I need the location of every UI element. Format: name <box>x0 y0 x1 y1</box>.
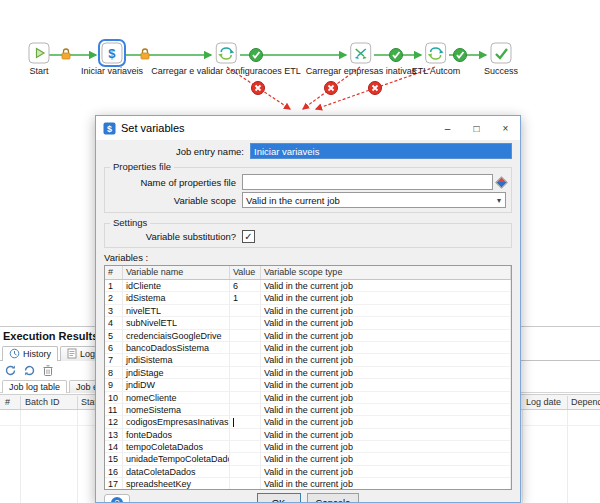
job-node-success[interactable]: Success <box>484 42 518 76</box>
close-button[interactable]: × <box>491 116 520 140</box>
hop-error-icon <box>252 82 265 95</box>
job-entry-name-label: Job entry name: <box>104 146 250 157</box>
job-node-iniciar-variaveis[interactable]: $ Iniciar variaveis <box>81 42 143 76</box>
refresh-icon[interactable] <box>3 363 17 377</box>
sync-icon[interactable] <box>22 363 36 377</box>
chevron-down-icon: ▾ <box>497 196 502 205</box>
variable-row[interactable]: 17spreadsheetKeyValid in the current job <box>105 478 511 490</box>
variables-label: Variables : <box>104 252 512 263</box>
svg-text:$: $ <box>108 46 116 61</box>
job-node-carregar-empresas[interactable]: Carregar empresas inativas <box>306 42 417 76</box>
shuffle-arrows-icon <box>350 42 372 64</box>
svg-text:$: $ <box>107 124 112 134</box>
variable-row[interactable]: 2idSistema1Valid in the current job <box>105 292 511 304</box>
pdi-window: Start $ Iniciar variaveis Carregar e val… <box>0 0 600 503</box>
column-batch-id: Batch ID <box>25 397 60 407</box>
job-entry-name-input[interactable]: Iniciar variaveis <box>250 143 512 159</box>
dialog-footer: ? OK Cancela <box>104 493 512 503</box>
hop-error-icon <box>325 82 338 95</box>
set-variables-dialog-icon: $ <box>103 122 116 135</box>
logging-doc-icon <box>67 348 77 359</box>
variable-substitution-checkbox[interactable]: ✓ <box>242 230 255 243</box>
cancel-button[interactable]: Cancela <box>307 493 360 503</box>
tab-history[interactable]: History <box>2 346 58 361</box>
variables-table-body: 1idCliente6Valid in the current job2idSi… <box>105 280 511 490</box>
trash-icon[interactable] <box>41 363 55 377</box>
success-check-icon <box>490 42 512 64</box>
transformation-icon <box>215 42 237 64</box>
variable-row[interactable]: 10nomeClienteValid in the current job <box>105 392 511 404</box>
execution-results-title: Execution Results <box>3 330 98 342</box>
variable-row[interactable]: 9jndiDWValid in the current job <box>105 379 511 391</box>
help-button[interactable]: ? <box>104 494 130 503</box>
properties-file-input[interactable] <box>242 174 493 190</box>
tab-job-log-table[interactable]: Job log table <box>2 380 67 393</box>
variables-table: # Variable name Value Variable scope typ… <box>104 265 512 490</box>
variable-substitution-label: Variable substitution? <box>110 231 242 242</box>
lock-icon <box>62 49 70 59</box>
variables-table-header: # Variable name Value Variable scope typ… <box>105 266 511 280</box>
column-log-date: Log date <box>526 397 561 407</box>
properties-file-label: Name of properties file <box>110 177 242 188</box>
properties-file-group: Properties file Name of properties file … <box>104 162 512 213</box>
job-node-carregar-validar[interactable]: Carregar e validar configuracoes ETL <box>151 42 301 76</box>
variable-row[interactable]: 7jndiSistemaValid in the current job <box>105 354 511 366</box>
variable-row[interactable]: 11nomeSistemaValid in the current job <box>105 404 511 416</box>
history-clock-icon <box>9 348 20 359</box>
variable-row[interactable]: 12codigosEmpresasInativasValid in the cu… <box>105 416 511 428</box>
variable-scope-label: Variable scope <box>110 195 242 206</box>
ok-button[interactable]: OK <box>257 493 301 503</box>
set-variables-dialog: $ Set variables – □ × Job entry name: In… <box>95 115 521 503</box>
job-node-etl-autcom[interactable]: ETL Autcom <box>412 42 461 76</box>
variable-row[interactable]: 16dataColetaDadosValid in the current jo… <box>105 466 511 478</box>
settings-group: Settings Variable substitution? ✓ <box>104 218 512 248</box>
variable-row[interactable]: 5credenciaisGoogleDriveValid in the curr… <box>105 330 511 342</box>
variable-row[interactable]: 13fonteDadosValid in the current job <box>105 429 511 441</box>
text-cursor <box>233 418 234 427</box>
start-icon <box>28 42 50 64</box>
variable-row[interactable]: 8jndiStageValid in the current job <box>105 367 511 379</box>
variable-scope-select[interactable]: Valid in the current job ▾ <box>242 192 506 208</box>
transformation-icon <box>425 42 447 64</box>
job-node-start[interactable]: Start <box>28 42 50 76</box>
set-variables-icon: $ <box>101 42 123 64</box>
maximize-button[interactable]: □ <box>462 116 491 140</box>
execution-toolbar <box>3 363 55 377</box>
variable-row[interactable]: 4subNivelETLValid in the current job <box>105 317 511 329</box>
dialog-title: Set variables <box>121 122 185 134</box>
variable-row[interactable]: 15unidadeTempoColetaDadosValid in the cu… <box>105 453 511 465</box>
variable-diamond-icon <box>495 176 508 189</box>
variable-row[interactable]: 14tempoColetaDadosValid in the current j… <box>105 441 511 453</box>
variable-row[interactable]: 6bancoDadosSistemaValid in the current j… <box>105 342 511 354</box>
hop-error-icon <box>369 82 382 95</box>
minimize-button[interactable]: – <box>433 116 462 140</box>
column-dependencies: Depende <box>571 397 600 407</box>
variable-row[interactable]: 1idCliente6Valid in the current job <box>105 280 511 292</box>
variable-row[interactable]: 3nivelETLValid in the current job <box>105 305 511 317</box>
check-icon: ✓ <box>244 232 252 242</box>
help-icon: ? <box>111 497 123 503</box>
dialog-titlebar[interactable]: $ Set variables – □ × <box>96 116 520 140</box>
column-number: # <box>5 397 10 407</box>
